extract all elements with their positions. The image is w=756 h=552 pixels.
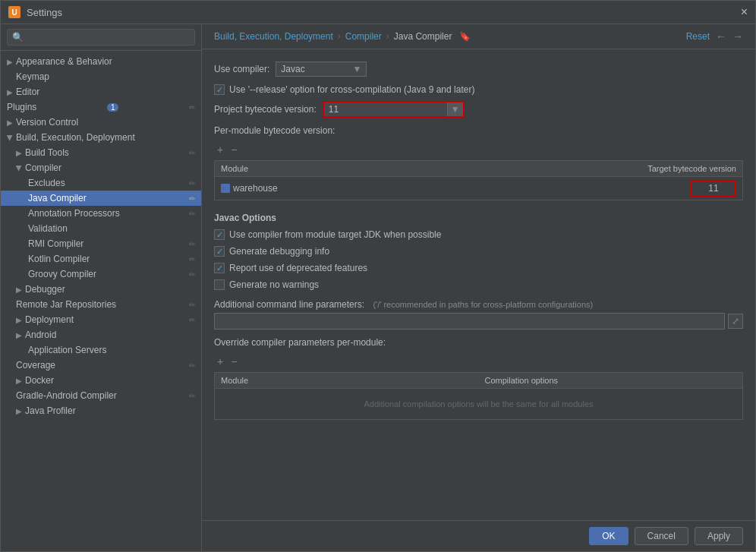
bottom-bar: OK Cancel Apply <box>202 520 755 551</box>
per-module-table: Module Compilation options Additional co… <box>214 372 743 420</box>
arrow-icon: ▶ <box>16 407 22 415</box>
compiler-dropdown[interactable]: Javac ▼ <box>276 62 367 77</box>
option-label-3: Generate no warnings <box>229 279 319 290</box>
bytecode-version-input[interactable] <box>324 103 447 116</box>
search-box <box>1 24 201 51</box>
release-checkbox-row: Use '--release' option for cross-compila… <box>214 84 743 95</box>
module-col-header: Module <box>215 161 479 176</box>
sidebar-item-java-compiler[interactable]: Java Compiler ✏ <box>1 191 201 206</box>
sidebar-label: Excludes <box>28 178 65 188</box>
sidebar-item-java-profiler[interactable]: ▶ Java Profiler <box>1 403 201 418</box>
sidebar-item-keymap[interactable]: Keymap <box>1 69 201 84</box>
ok-button[interactable]: OK <box>589 527 628 545</box>
arrow-icon: ▶ <box>16 285 22 294</box>
sidebar-label: Annotation Processors <box>28 208 120 219</box>
sidebar-item-build-tools[interactable]: ▶ Build Tools ✏ <box>1 145 201 160</box>
sidebar-item-docker[interactable]: ▶ Docker <box>1 373 201 388</box>
module-toolbar: + − <box>214 142 743 157</box>
sidebar-item-plugins[interactable]: Plugins 1 ✏ <box>1 99 201 115</box>
breadcrumb-build[interactable]: Build, Execution, Deployment <box>214 31 333 42</box>
nav-back-button[interactable]: ← <box>716 30 726 43</box>
arrow-icon: ▶ <box>6 134 14 140</box>
sidebar-item-build-exec-deploy[interactable]: ▶ Build, Execution, Deployment <box>1 130 201 145</box>
cancel-button[interactable]: Cancel <box>635 527 688 545</box>
option-label-2: Report use of deprecated features <box>229 263 367 273</box>
sidebar-label: Version Control <box>16 117 78 128</box>
version-dropdown-button[interactable]: ▼ <box>447 103 463 116</box>
sidebar-label: Coverage <box>16 360 55 371</box>
option-checkbox-1[interactable] <box>214 246 225 257</box>
sidebar-item-deployment[interactable]: ▶ Deployment ✏ <box>1 312 201 327</box>
sidebar-item-app-servers[interactable]: Application Servers <box>1 342 201 358</box>
additional-cmd-label: Additional command line parameters: <box>214 299 364 310</box>
reset-button[interactable]: Reset <box>686 31 710 42</box>
use-compiler-row: Use compiler: Javac ▼ <box>214 62 743 77</box>
arrow-icon: ▶ <box>7 118 13 127</box>
sidebar-item-coverage[interactable]: Coverage ✏ <box>1 358 201 373</box>
per-module-label: Per-module bytecode version: <box>214 125 743 136</box>
sidebar-item-excludes[interactable]: Excludes ✏ <box>1 175 201 191</box>
sidebar-label: Appearance & Behavior <box>16 56 112 67</box>
edit-icon: ✏ <box>189 255 195 263</box>
sidebar-label: RMI Compiler <box>28 238 83 249</box>
target-version-cell: 11 <box>479 177 743 200</box>
breadcrumb-sep1: › <box>338 31 341 42</box>
option-checkbox-2[interactable] <box>214 263 225 273</box>
arrow-icon: ▶ <box>7 58 13 66</box>
settings-dialog: U Settings × ▶ Appearance & Behavior Key… <box>0 0 756 552</box>
cmd-input[interactable] <box>214 313 725 330</box>
sidebar-item-remote-jar[interactable]: Remote Jar Repositories ✏ <box>1 297 201 312</box>
sidebar-item-version-control[interactable]: ▶ Version Control <box>1 115 201 130</box>
option-checkbox-0[interactable] <box>214 229 225 240</box>
release-checkbox-label: Use '--release' option for cross-compila… <box>229 84 474 95</box>
apply-button[interactable]: Apply <box>695 527 743 545</box>
override-label: Override compiler parameters per-module: <box>214 337 743 348</box>
sidebar-label: Kotlin Compiler <box>28 254 90 264</box>
sidebar-label: Application Servers <box>28 345 106 355</box>
main-content: ▶ Appearance & Behavior Keymap ▶ Editor … <box>1 24 755 551</box>
sidebar-item-editor[interactable]: ▶ Editor <box>1 84 201 99</box>
breadcrumb-current: Java Compiler <box>394 31 452 42</box>
sidebar-label: Gradle-Android Compiler <box>16 390 117 401</box>
sidebar-item-compiler[interactable]: ▶ Compiler <box>1 160 201 175</box>
plugins-badge: 1 <box>107 103 119 112</box>
compilation-options-col-header: Compilation options <box>479 373 743 388</box>
release-checkbox[interactable] <box>214 84 225 95</box>
sidebar-label: Java Compiler <box>28 193 87 203</box>
sidebar-item-validation[interactable]: Validation <box>1 221 201 236</box>
sidebar-label: Deployment <box>25 314 74 325</box>
breadcrumb: Build, Execution, Deployment › Compiler … <box>214 31 471 42</box>
sidebar-tree: ▶ Appearance & Behavior Keymap ▶ Editor … <box>1 51 201 551</box>
breadcrumb-compiler[interactable]: Compiler <box>345 31 382 42</box>
per-module-toolbar: + − <box>214 354 743 369</box>
module-table: Module Target bytecode version warehouse… <box>214 160 743 200</box>
cmd-label-row: Additional command line parameters: ('/'… <box>214 299 743 310</box>
javac-options-section: Use compiler from module target JDK when… <box>214 229 743 290</box>
sidebar-label: Editor <box>16 87 39 97</box>
expand-button[interactable]: ⤢ <box>728 314 743 329</box>
sidebar-item-kotlin-compiler[interactable]: Kotlin Compiler ✏ <box>1 251 201 267</box>
search-input[interactable] <box>7 29 195 46</box>
option-row-1: Generate debugging info <box>214 246 743 257</box>
sidebar-item-gradle-android[interactable]: Gradle-Android Compiler ✏ <box>1 388 201 403</box>
edit-icon: ✏ <box>189 240 195 248</box>
option-row-3: Generate no warnings <box>214 279 743 290</box>
sidebar-item-rmi-compiler[interactable]: RMI Compiler ✏ <box>1 236 201 251</box>
sidebar-label: Compiler <box>25 162 61 173</box>
close-button[interactable]: × <box>741 5 748 19</box>
table-row: warehouse 11 <box>215 177 742 200</box>
sidebar-item-appearance[interactable]: ▶ Appearance & Behavior <box>1 54 201 69</box>
add-per-module-button[interactable]: + <box>214 354 226 369</box>
add-module-button[interactable]: + <box>214 142 226 157</box>
arrow-icon: ▶ <box>15 165 24 171</box>
edit-icon: ✏ <box>189 149 195 157</box>
sidebar-item-annotation-processors[interactable]: Annotation Processors ✏ <box>1 206 201 221</box>
sidebar-item-android[interactable]: ▶ Android <box>1 327 201 342</box>
sidebar-item-groovy-compiler[interactable]: Groovy Compiler ✏ <box>1 267 201 282</box>
sidebar-item-debugger[interactable]: ▶ Debugger <box>1 282 201 297</box>
nav-forward-button[interactable]: → <box>732 30 743 43</box>
edit-icon: ✏ <box>189 301 195 309</box>
remove-per-module-button[interactable]: − <box>228 354 240 369</box>
remove-module-button[interactable]: − <box>228 142 240 157</box>
option-checkbox-3[interactable] <box>214 279 225 290</box>
